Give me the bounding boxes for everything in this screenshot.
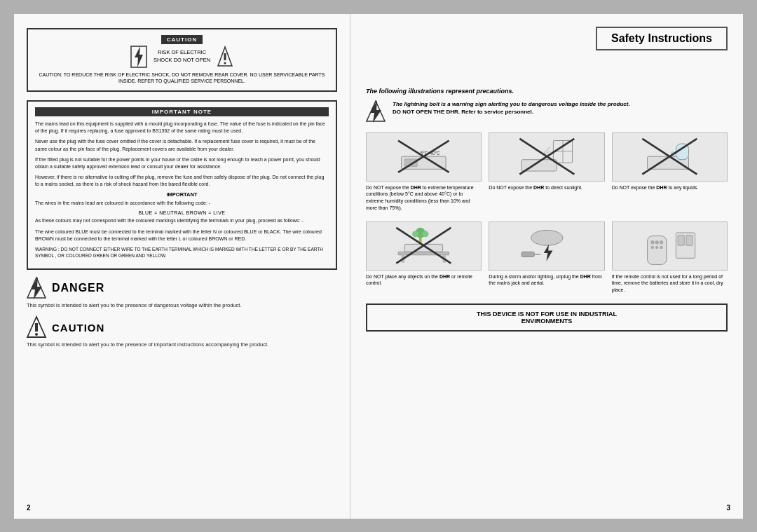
danger-label: DANGER bbox=[52, 282, 104, 294]
precaution-objects-img bbox=[366, 221, 482, 271]
important-note-box: IMPORTANT NOTE The mains lead on this eq… bbox=[27, 100, 337, 270]
sunlight-svg bbox=[501, 137, 593, 175]
svg-marker-10 bbox=[370, 100, 381, 123]
svg-point-39 bbox=[423, 231, 429, 238]
page-left: CAUTION RISK OF ELECTRIC SHOCK DO NOT OP… bbox=[14, 14, 350, 519]
caution-electric-line2: SHOCK DO NOT OPEN bbox=[154, 57, 210, 64]
svg-marker-0 bbox=[135, 46, 143, 67]
page-spread: CAUTION RISK OF ELECTRIC SHOCK DO NOT OP… bbox=[14, 14, 743, 519]
precaution-storm-text: During a storm and/or lighting, unplug t… bbox=[489, 273, 604, 287]
precaution-sunlight-text: Do NOT expose the DHR to direct sunlight… bbox=[489, 184, 604, 191]
danger-title-row: DANGER bbox=[27, 277, 337, 299]
svg-rect-3 bbox=[224, 53, 226, 60]
svg-point-53 bbox=[651, 246, 655, 250]
precaution-storm-img bbox=[489, 221, 604, 271]
storm-svg bbox=[501, 226, 593, 264]
precaution-remote-text: If the remote control is not used for a … bbox=[612, 273, 728, 294]
svg-point-52 bbox=[660, 240, 663, 244]
svg-marker-5 bbox=[31, 277, 42, 299]
important-note-title: IMPORTANT NOTE bbox=[35, 107, 329, 116]
precaution-liquid: Do NOT expose the DHR to any liquids. bbox=[612, 132, 728, 212]
svg-point-54 bbox=[655, 246, 659, 250]
svg-marker-43 bbox=[543, 245, 552, 261]
title-box: Safety Instructions bbox=[596, 27, 728, 50]
svg-rect-8 bbox=[35, 323, 38, 332]
remote-svg bbox=[624, 226, 716, 264]
svg-point-51 bbox=[655, 240, 658, 244]
precaution-sunlight: Do NOT expose the DHR to direct sunlight… bbox=[489, 132, 604, 212]
caution-desc: This symbol is intended to alert you to … bbox=[27, 341, 337, 349]
warning-text: WARNING : DO NOT CONNECT EITHER WIRE TO … bbox=[35, 246, 329, 259]
caution-electric-box: CAUTION RISK OF ELECTRIC SHOCK DO NOT OP… bbox=[27, 28, 337, 93]
caution-exclamation-icon bbox=[27, 316, 46, 339]
precaution-temp: 5°C 40°C Do NOT expose the DHR to extrem… bbox=[366, 132, 482, 212]
svg-rect-44 bbox=[521, 252, 534, 257]
caution-electric-label: CAUTION bbox=[161, 35, 203, 44]
following-text: The following illustrations represent pr… bbox=[366, 88, 728, 95]
danger-lightning-icon bbox=[27, 277, 46, 299]
caution-section: CAUTION This symbol is intended to alert… bbox=[27, 316, 337, 349]
blue-text: The wire coloured BLUE must be connected… bbox=[35, 229, 329, 243]
industrial-box: THIS DEVICE IS NOT FOR USE IN INDUSTRIAL… bbox=[366, 303, 728, 332]
svg-point-50 bbox=[650, 240, 654, 244]
svg-point-55 bbox=[660, 246, 663, 250]
page-num-right: 3 bbox=[726, 504, 730, 512]
caution-title-row: CAUTION bbox=[27, 316, 337, 339]
precautions-row1: 5°C 40°C Do NOT expose the DHR to extrem… bbox=[366, 132, 728, 212]
lightning-warning-row: The lightning bolt is a warning sign ale… bbox=[366, 100, 728, 123]
important-note-p3: If the fitted plug is not suitable for t… bbox=[35, 156, 329, 170]
important-note-p1: The mains lead on this equipment is supp… bbox=[35, 121, 329, 135]
liquid-svg bbox=[624, 137, 716, 175]
svg-point-4 bbox=[224, 62, 226, 64]
industrial-text1: THIS DEVICE IS NOT FOR USE IN INDUSTRIAL bbox=[373, 311, 721, 318]
objects-svg bbox=[378, 226, 470, 264]
precaution-sunlight-img bbox=[489, 132, 604, 182]
svg-rect-48 bbox=[686, 236, 693, 246]
precaution-storm: During a storm and/or lighting, unplug t… bbox=[489, 221, 604, 294]
danger-desc: This symbol is intended to alert you to … bbox=[27, 302, 337, 310]
svg-rect-49 bbox=[648, 236, 667, 265]
precaution-temp-img: 5°C 40°C bbox=[366, 132, 482, 182]
industrial-text2: ENVIRONMENTS bbox=[373, 318, 721, 325]
svg-point-38 bbox=[412, 231, 418, 238]
svg-point-29 bbox=[676, 156, 679, 159]
precaution-objects-text: Do NOT place any objects on the DHR or r… bbox=[366, 273, 482, 287]
lightning-italic: The lightning bolt is a warning sign ale… bbox=[393, 101, 630, 107]
lightning-warning-text: The lightning bolt is a warning sign ale… bbox=[393, 100, 630, 116]
precaution-remote-img bbox=[612, 221, 728, 271]
temp-svg: 5°C 40°C bbox=[378, 137, 470, 175]
page-title: Safety Instructions bbox=[611, 32, 712, 45]
precaution-remote: If the remote control is not used for a … bbox=[612, 221, 728, 294]
after-colors: As these colours may not correspond with… bbox=[35, 217, 329, 224]
warning-lightning-icon bbox=[366, 100, 386, 123]
page-right: Safety Instructions The following illust… bbox=[350, 14, 743, 519]
caution-label: CAUTION bbox=[52, 322, 104, 334]
caution-electric-body: CAUTION: TO REDUCE THE RISK OF ELECTRIC … bbox=[34, 71, 330, 86]
wire-colors: BLUE = NEUTRAL BROWN = LIVE bbox=[35, 210, 329, 215]
page-num-left: 2 bbox=[27, 504, 31, 512]
wire-text: The wires in the mains lead are coloured… bbox=[35, 200, 329, 207]
svg-rect-32 bbox=[398, 252, 449, 256]
svg-rect-47 bbox=[678, 236, 684, 246]
precaution-temp-text: Do NOT expose the DHR to extreme tempera… bbox=[366, 184, 482, 212]
precaution-liquid-img bbox=[612, 132, 728, 182]
danger-section: DANGER This symbol is intended to alert … bbox=[27, 277, 337, 310]
precaution-liquid-text: Do NOT expose the DHR to any liquids. bbox=[612, 184, 728, 191]
important-subtitle: IMPORTANT bbox=[35, 191, 329, 198]
precautions-row2: Do NOT place any objects on the DHR or r… bbox=[366, 221, 728, 294]
caution-electric-line1: RISK OF ELECTRIC bbox=[154, 49, 210, 57]
lightning-icon bbox=[131, 46, 146, 67]
exclamation-icon bbox=[217, 46, 233, 67]
lightning-bold: DO NOT OPEN THE DHR. Refer to service pe… bbox=[393, 109, 533, 115]
svg-point-9 bbox=[35, 333, 38, 336]
svg-point-42 bbox=[531, 231, 562, 246]
important-note-p4: However, if there is no alternative to c… bbox=[35, 174, 329, 188]
precaution-objects: Do NOT place any objects on the DHR or r… bbox=[366, 221, 482, 294]
important-note-p2: Never use the plug with the fuse cover o… bbox=[35, 138, 329, 152]
